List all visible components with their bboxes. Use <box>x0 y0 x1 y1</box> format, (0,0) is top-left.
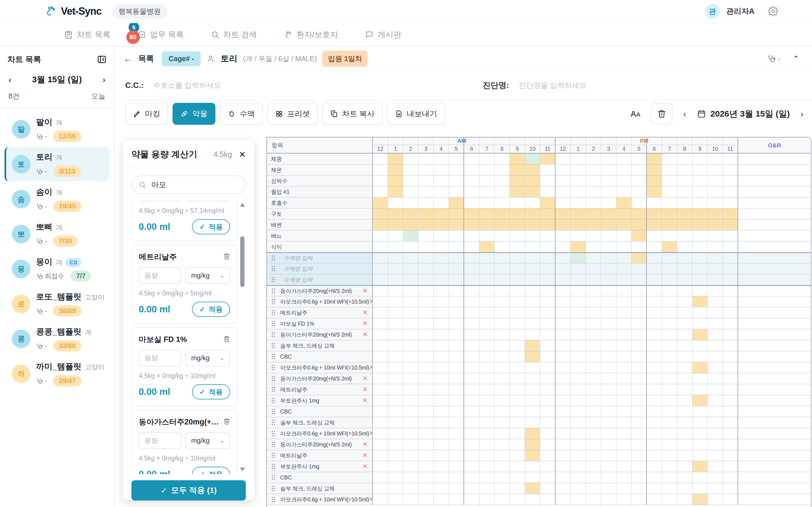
grid-cell[interactable] <box>388 230 403 241</box>
grid-cell[interactable] <box>662 373 677 384</box>
grid-cell[interactable] <box>464 483 479 494</box>
grid-cell[interactable] <box>586 209 601 219</box>
grid-cell[interactable] <box>662 450 677 461</box>
grid-cell[interactable] <box>418 263 434 274</box>
grid-cell[interactable] <box>647 175 662 186</box>
grid-cell[interactable] <box>464 450 479 461</box>
grid-cell[interactable] <box>662 230 677 241</box>
grid-cell[interactable] <box>647 406 662 417</box>
grid-cell[interactable] <box>479 417 495 428</box>
grid-cell[interactable] <box>403 417 418 428</box>
grid-cell[interactable] <box>510 329 525 340</box>
grid-cell[interactable] <box>693 450 708 461</box>
grid-cell[interactable] <box>723 274 738 285</box>
drag-handle-icon[interactable] <box>271 430 276 437</box>
grid-cell[interactable] <box>601 340 616 351</box>
or-cell[interactable] <box>738 186 811 197</box>
grid-cell[interactable] <box>525 241 540 252</box>
grid-cell[interactable] <box>631 318 647 329</box>
grid-cell[interactable] <box>555 461 571 472</box>
grid-cell[interactable] <box>631 286 647 296</box>
or-cell[interactable] <box>738 395 811 406</box>
grid-cell[interactable] <box>647 483 662 494</box>
grid-cell[interactable] <box>479 439 495 450</box>
grid-cell[interactable] <box>723 241 738 252</box>
grid-cell[interactable] <box>479 198 495 208</box>
grid-cell[interactable] <box>525 175 540 186</box>
grid-cell[interactable] <box>616 373 631 384</box>
grid-cell[interactable] <box>495 198 510 208</box>
grid-cell[interactable] <box>601 318 616 329</box>
grid-cell[interactable] <box>525 340 540 351</box>
grid-cell[interactable] <box>571 263 586 274</box>
grid-cell[interactable] <box>662 494 677 505</box>
grid-cell[interactable] <box>586 274 601 285</box>
grid-cell[interactable] <box>495 362 510 373</box>
grid-cell[interactable] <box>586 165 601 175</box>
grid-cell[interactable] <box>693 230 708 241</box>
grid-cell[interactable] <box>510 274 525 285</box>
unit-select[interactable]: mg/kg⌄ <box>186 267 230 284</box>
grid-cell[interactable] <box>647 340 662 351</box>
grid-cell[interactable] <box>601 241 616 252</box>
grid-cell[interactable] <box>510 209 525 219</box>
grid-cell[interactable] <box>586 186 601 197</box>
grid-cell[interactable] <box>571 230 586 241</box>
grid-cell[interactable] <box>373 307 388 318</box>
grid-cell[interactable] <box>662 483 677 494</box>
grid-cell[interactable] <box>464 439 479 450</box>
grid-cell[interactable] <box>555 219 571 230</box>
nav-tab-1[interactable]: 차트 목록 <box>64 29 110 40</box>
grid-cell[interactable] <box>373 472 388 483</box>
grid-cell[interactable] <box>647 253 662 263</box>
grid-cell[interactable] <box>647 154 662 164</box>
grid-cell[interactable] <box>403 351 418 362</box>
grid-cell[interactable] <box>616 175 631 186</box>
grid-cell[interactable] <box>555 307 571 318</box>
grid-cell[interactable] <box>555 186 571 197</box>
grid-cell[interactable] <box>647 296 662 307</box>
grid-cell[interactable] <box>388 450 403 461</box>
grid-cell[interactable] <box>540 263 555 274</box>
grid-cell[interactable] <box>434 362 449 373</box>
drag-handle-icon[interactable] <box>271 463 276 470</box>
grid-cell[interactable] <box>555 286 571 296</box>
grid-cell[interactable] <box>464 384 479 395</box>
grid-cell[interactable] <box>601 253 616 263</box>
grid-cell[interactable] <box>601 175 616 186</box>
grid-cell[interactable] <box>631 384 647 395</box>
grid-cell[interactable] <box>647 219 662 230</box>
grid-cell[interactable] <box>479 384 495 395</box>
grid-cell[interactable] <box>373 198 388 208</box>
grid-cell[interactable] <box>540 439 555 450</box>
grid-cell[interactable] <box>723 450 738 461</box>
grid-cell[interactable] <box>693 296 708 307</box>
grid-cell[interactable] <box>708 296 723 307</box>
grid-cell[interactable] <box>464 230 479 241</box>
grid-cell[interactable] <box>449 296 464 307</box>
prev-date-button[interactable]: ‹ <box>683 109 686 119</box>
grid-cell[interactable] <box>434 450 449 461</box>
grid-cell[interactable] <box>555 483 571 494</box>
grid-cell[interactable] <box>586 318 601 329</box>
grid-row-label[interactable]: 동아가스터주20mg(+N/S 2ml)✕ <box>267 373 373 384</box>
patient-list-item[interactable]: 팥팥이개-12/56 <box>4 112 109 147</box>
grid-cell[interactable] <box>510 253 525 263</box>
grid-cell[interactable] <box>586 373 601 384</box>
grid-cell[interactable] <box>388 263 403 274</box>
grid-cell[interactable] <box>662 362 677 373</box>
grid-cell[interactable] <box>449 494 464 505</box>
drag-handle-icon[interactable] <box>271 452 276 459</box>
grid-cell[interactable] <box>525 406 540 417</box>
grid-cell[interactable] <box>571 329 586 340</box>
grid-cell[interactable] <box>434 461 449 472</box>
grid-cell[interactable] <box>418 241 434 252</box>
grid-cell[interactable] <box>403 384 418 395</box>
grid-cell[interactable] <box>723 483 738 494</box>
chevron-up-icon[interactable]: ⌃ <box>793 54 799 63</box>
grid-cell[interactable] <box>434 428 449 439</box>
grid-cell[interactable] <box>434 186 449 197</box>
grid-cell[interactable] <box>616 417 631 428</box>
grid-cell[interactable] <box>449 318 464 329</box>
or-cell[interactable] <box>738 439 811 450</box>
